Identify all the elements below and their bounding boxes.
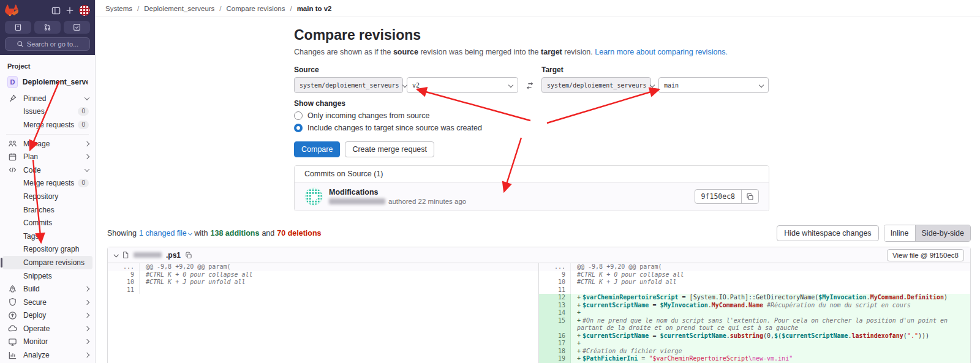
diff-cell-right: 12+$varCheminRepertoireScript = [System.… (539, 294, 970, 302)
sidebar-item-monitor[interactable]: Monitor (2, 335, 92, 349)
code-line: +$currentScriptName = $currentScriptName… (571, 332, 970, 340)
summary-text: Showing (107, 229, 137, 238)
sidebar-item-analyze[interactable]: Analyze (2, 348, 92, 362)
diff-cell-left (108, 355, 539, 363)
chevron-down-icon (759, 83, 764, 88)
view-file-button[interactable]: View file @ 9f150ec8 (887, 249, 964, 261)
project-avatar: D (7, 76, 18, 88)
side-by-side-view-button[interactable]: Side-by-side (915, 225, 970, 241)
sidebar-item-repository[interactable]: Repository (2, 190, 92, 203)
compare-button[interactable]: Compare (294, 141, 340, 157)
create-new-icon[interactable] (64, 4, 76, 17)
user-avatar[interactable] (79, 5, 90, 16)
breadcrumb-link[interactable]: Deploiement_serveurs (144, 5, 214, 12)
expand-lines-button[interactable]: ... (539, 263, 571, 271)
sidebar-item-label: Repository (23, 192, 89, 201)
changed-files-dropdown[interactable]: 1 changed file (139, 229, 192, 238)
gitlab-logo-icon[interactable] (5, 4, 18, 17)
sidebar-item-branches[interactable]: Branches (2, 203, 92, 217)
target-ref-dropdown[interactable]: main (658, 77, 769, 93)
diff-cell-right: 19+$PathFichierIni = "$varCheminRepertoi… (539, 355, 970, 363)
sidebar-item-repository-graph[interactable]: Repository graph (2, 243, 92, 256)
source-project-dropdown[interactable]: system/deploiement_serveurs (294, 77, 403, 93)
target-project-value: system/deploiement_serveurs (547, 82, 647, 89)
diff-cell-left (108, 294, 539, 302)
manage-icon (7, 139, 17, 149)
line-number: 11 (539, 286, 571, 294)
commit-title-link[interactable]: Modifications (329, 188, 688, 196)
commits-panel-header: Commits on Source (1) (295, 166, 769, 182)
sidebar-item-snippets[interactable]: Snippets (2, 269, 92, 283)
sidebar-item-plan[interactable]: Plan (2, 150, 92, 163)
line-number (108, 294, 140, 302)
code-line: +#Création du fichier vierge (571, 348, 970, 356)
addition-sign: + (577, 317, 582, 325)
issues-shortcut-button[interactable] (5, 21, 31, 34)
diff-cell-left (108, 348, 539, 356)
sidebar-item-manage[interactable]: Manage (2, 137, 92, 151)
hide-whitespace-button[interactable]: Hide whitespace changes (777, 225, 878, 241)
breadcrumb-link[interactable]: Systems (105, 5, 132, 12)
merge-requests-shortcut-button[interactable] (34, 21, 61, 34)
sidebar-item-tags[interactable]: Tags (2, 230, 92, 243)
radio-checked[interactable] (294, 124, 303, 132)
chevron-right-icon (85, 353, 89, 357)
show-changes-option-1[interactable]: Include changes to target since source w… (294, 124, 769, 132)
search-input[interactable]: Search or go to... (5, 37, 90, 51)
diff-view-toggle: Inline Side-by-side (884, 225, 971, 242)
source-ref-dropdown[interactable]: v2 (407, 77, 518, 93)
pin-icon (7, 94, 17, 103)
line-number (108, 348, 140, 356)
radio-unchecked[interactable] (294, 111, 303, 120)
code-line (571, 286, 970, 294)
sidebar-item-merge-requests[interactable]: Merge requests0 (2, 177, 92, 190)
inline-view-button[interactable]: Inline (884, 225, 915, 241)
breadcrumb-link[interactable]: Compare revisions (227, 5, 285, 12)
copy-sha-button[interactable] (741, 190, 758, 203)
file-icon (122, 251, 129, 259)
sidebar-item-secure[interactable]: Secure (2, 296, 92, 309)
create-merge-request-button[interactable]: Create merge request (345, 141, 434, 157)
diff-cell-left: 9#CTRL K + 0 pour collapse all (108, 271, 539, 279)
sidebar-item-issues[interactable]: Issues0 (2, 105, 92, 119)
chevron-right-icon (85, 286, 89, 291)
line-number: 16 (539, 332, 571, 340)
code-line: +#On ne prend que le nom du script sans … (571, 317, 970, 332)
sidebar-item-merge-requests[interactable]: Merge requests0 (2, 118, 92, 132)
todo-list-shortcut-button[interactable] (64, 21, 90, 34)
target-label: Target (541, 65, 769, 74)
spacer (7, 271, 17, 281)
source-project-value: system/deploiement_serveurs (300, 82, 399, 89)
commit-sha-group: 9f150ec8 (695, 189, 759, 204)
sidebar-item-label: Merge requests (23, 121, 78, 129)
line-number (108, 340, 140, 348)
sidebar-item-operate[interactable]: Operate (2, 322, 92, 335)
sidebar-item-label: Monitor (23, 337, 81, 346)
swap-revisions-button[interactable] (518, 65, 541, 93)
line-number: 9 (108, 271, 140, 279)
sidebar-project-link[interactable]: D Deploiement_serveurs (2, 73, 92, 91)
collapse-file-chevron-icon[interactable] (113, 252, 118, 257)
breadcrumb-separator: / (219, 5, 221, 12)
learn-more-link[interactable]: Learn more about comparing revisions. (595, 48, 728, 56)
sidebar-item-code[interactable]: Code (2, 163, 92, 177)
sidebar-item-commits[interactable]: Commits (2, 216, 92, 230)
copy-file-path-button[interactable] (185, 252, 192, 259)
diff-cell-right: 10#CTRL K + J pour unfold all (539, 279, 970, 286)
sidebar-item-pinned[interactable]: Pinned (2, 92, 92, 105)
chevron-down-icon (508, 83, 513, 88)
target-project-dropdown[interactable]: system/deploiement_serveurs (541, 77, 651, 93)
chevron-down-icon (649, 83, 654, 88)
diff-cell-left (108, 332, 539, 340)
breadcrumb-current: main to v2 (297, 5, 332, 12)
sidebar-toggle-icon[interactable] (50, 4, 62, 17)
sidebar-item-compare-revisions[interactable]: Compare revisions (2, 256, 92, 269)
code-line: + (571, 340, 970, 348)
sidebar-item-build[interactable]: Build (2, 282, 92, 296)
sidebar-item-deploy[interactable]: Deploy (2, 309, 92, 323)
show-changes-option-0[interactable]: Only incoming changes from source (294, 111, 769, 120)
diff-cell-left (108, 302, 539, 310)
expand-lines-button[interactable]: ... (108, 263, 140, 271)
code-line (140, 309, 538, 317)
plan-icon (7, 152, 17, 162)
